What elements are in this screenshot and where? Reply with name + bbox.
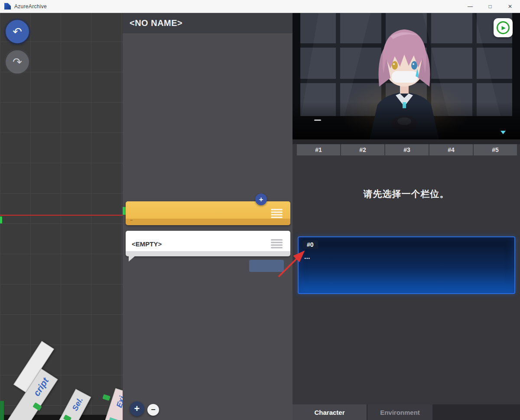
slot-tab-3[interactable]: #3 [385,144,429,155]
redo-icon: ↷ [13,55,22,69]
select-slot-prompt: 请先选择一个栏位。 [292,188,520,200]
window-controls: — □ ✕ [460,0,520,13]
titlebar: AzureArchive — □ ✕ [0,0,520,13]
green-marker [0,216,2,223]
minimize-button[interactable]: — [460,0,480,13]
bottom-tab-bar: Character Environment [292,404,520,420]
message-text-dash: – [130,217,133,223]
message-item-empty[interactable]: <EMPTY> [126,231,290,256]
card-label: cript [31,376,51,398]
slot-tab-4[interactable]: #4 [429,144,473,155]
remove-message-button[interactable]: − [147,404,159,416]
empty-message-label: <EMPTY> [132,240,162,247]
play-button[interactable]: ▶ [494,18,513,37]
menu-dash-icon[interactable] [314,120,321,121]
slot-tab-2[interactable]: #2 [341,144,384,155]
message-item-selected[interactable]: – [126,201,290,225]
tab-character[interactable]: Character [292,404,367,420]
canvas-panel: ↶ ↷ cript Sel. Exi [0,13,123,420]
undo-icon: ↶ [13,25,22,39]
insert-message-button[interactable]: + [255,194,267,205]
minus-icon: − [151,405,156,414]
green-pip [102,394,110,401]
script-title: <NO NAME> [130,18,182,28]
slot-tab-1[interactable]: #1 [297,144,340,155]
panel-divider [292,139,520,144]
timeline-red-line [0,215,123,216]
scene-preview: ▶ [292,13,520,139]
advance-indicator-icon [500,131,506,134]
preview-panel: ▶ #1 #2 #3 #4 #5 请先选择一个栏位。 #0 ... Charac… [292,13,520,420]
maximize-button[interactable]: □ [480,0,500,13]
scene-illustration [292,13,520,139]
bubble-tail [129,256,135,262]
script-list-panel: <NO NAME> – + <EMPTY> + − [123,13,292,420]
app-icon [4,3,11,10]
app-window: AzureArchive — □ ✕ ↶ ↷ cript Sel. Exi [0,0,520,420]
selection-highlight [249,260,284,272]
slot-tab-5[interactable]: #5 [474,144,517,155]
slot-0-box[interactable]: #0 ... [298,236,515,294]
slot-0-content: ... [304,253,310,261]
plus-icon: + [259,195,263,204]
card-label: Sel. [70,396,85,412]
script-header: <NO NAME> [123,13,292,33]
drag-handle-icon[interactable] [271,207,283,219]
slot-0-badge: #0 [302,240,318,249]
tab-environment[interactable]: Environment [367,404,432,420]
redo-button[interactable]: ↷ [6,50,29,74]
undo-button[interactable]: ↶ [6,20,29,43]
card-label: Exi [114,395,123,409]
slot-tab-row: #1 #2 #3 #4 #5 [297,144,517,155]
app-title: AzureArchive [14,3,47,10]
play-icon: ▶ [497,21,510,34]
drag-handle-icon[interactable] [271,238,283,249]
add-message-button[interactable]: + [130,401,144,416]
green-bar [0,401,4,420]
green-marker [123,207,126,215]
plus-icon: + [134,403,140,414]
close-button[interactable]: ✕ [500,0,520,13]
